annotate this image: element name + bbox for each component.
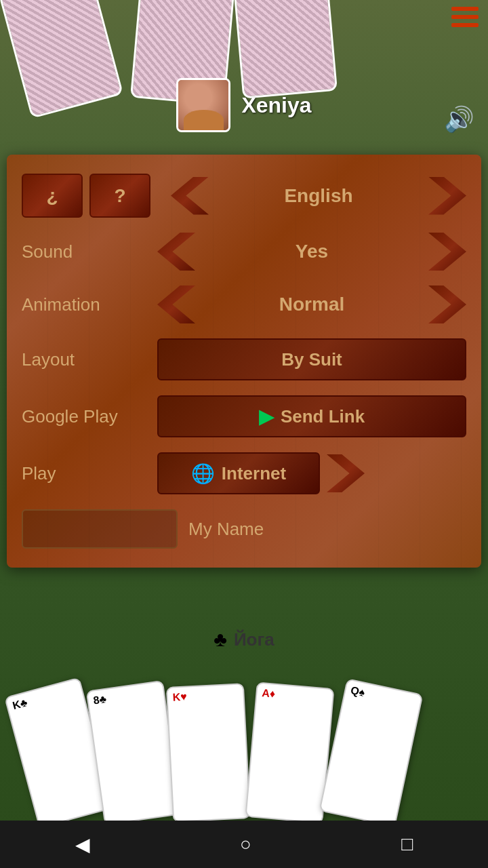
avatar: [176, 78, 230, 132]
menu-line-2: [451, 15, 479, 19]
animation-value: Normal: [195, 294, 428, 315]
internet-text: Internet: [222, 463, 286, 484]
google-play-label: Google Play: [22, 406, 157, 427]
bottom-player-area: ♣ Йога: [0, 628, 488, 651]
nav-home-button[interactable]: ○: [240, 833, 251, 855]
sound-label: Sound: [22, 241, 157, 262]
settings-panel: ¿ ? English Sound Yes Animation Normal L…: [7, 155, 481, 568]
sound-arrow-right[interactable]: [428, 233, 466, 271]
club-icon: ♣: [214, 628, 227, 651]
menu-line-1: [451, 7, 479, 11]
sound-arrow-left[interactable]: [157, 233, 195, 271]
language-row: ¿ ? English: [22, 174, 466, 218]
play-label: Play: [22, 463, 157, 484]
avatar-face: [178, 80, 228, 130]
bottom-player-name: Йога: [234, 629, 274, 650]
language-btn-1[interactable]: ¿: [22, 174, 83, 218]
layout-button[interactable]: By Suit: [157, 338, 466, 380]
player-name: Xeniya: [241, 93, 311, 118]
language-arrow-left[interactable]: [171, 177, 209, 215]
player-info-area: Xeniya: [0, 78, 488, 132]
sound-value: Yes: [195, 241, 428, 262]
layout-label: Layout: [22, 349, 157, 370]
internet-button[interactable]: 🌐 Internet: [157, 452, 320, 494]
play-arrow-right[interactable]: [327, 454, 365, 492]
sound-icon[interactable]: 🔊: [444, 105, 474, 134]
globe-icon: 🌐: [191, 462, 215, 485]
nav-recent-button[interactable]: □: [401, 833, 413, 855]
google-play-row: Google Play ▶ Send Link: [22, 395, 466, 437]
language-btn-2[interactable]: ?: [89, 174, 150, 218]
animation-label: Animation: [22, 294, 157, 315]
layout-row: Layout By Suit: [22, 338, 466, 380]
menu-line-3: [451, 23, 479, 27]
language-arrow-right[interactable]: [428, 177, 466, 215]
send-link-button[interactable]: ▶ Send Link: [157, 395, 466, 437]
my-name-row: My Name: [22, 509, 466, 549]
menu-icon[interactable]: [451, 7, 479, 27]
bottom-cards-area: K♣ 8♣ K♥ A♦ Q♠: [0, 651, 488, 821]
send-link-text: Send Link: [281, 406, 365, 427]
nav-back-button[interactable]: ◀: [75, 833, 90, 856]
card-k-hearts: K♥: [166, 683, 251, 823]
android-nav-bar: ◀ ○ □: [0, 821, 488, 868]
play-row: Play 🌐 Internet: [22, 452, 466, 494]
my-name-input[interactable]: [22, 509, 178, 549]
language-value: English: [216, 185, 422, 207]
google-play-icon: ▶: [259, 406, 274, 428]
animation-row: Animation Normal: [22, 285, 466, 323]
card-q-spades: Q♠: [319, 678, 423, 827]
animation-arrow-right[interactable]: [428, 285, 466, 323]
sound-row: Sound Yes: [22, 233, 466, 271]
my-name-label: My Name: [188, 519, 264, 540]
animation-arrow-left[interactable]: [157, 285, 195, 323]
